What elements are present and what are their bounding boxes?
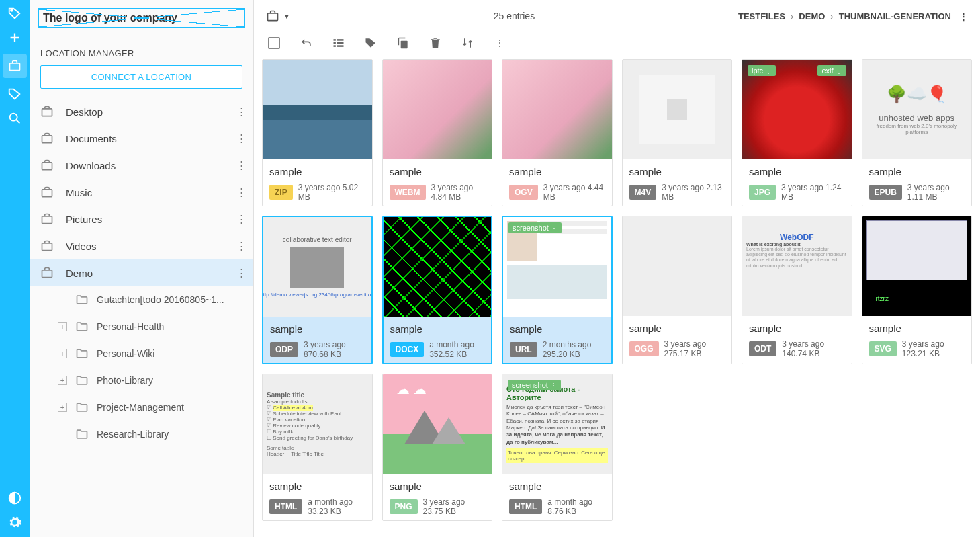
thumbnail[interactable]: iptc ⋮exif ⋮ (742, 60, 852, 159)
gear-icon[interactable] (7, 514, 23, 530)
location-item-demo[interactable]: Demo⋮ (30, 259, 253, 286)
expand-icon[interactable]: + (58, 376, 67, 385)
tag-chip[interactable]: iptc ⋮ (748, 65, 776, 76)
folder-item[interactable]: +Project-Management (30, 394, 253, 421)
location-item-videos[interactable]: Videos⋮ (30, 233, 253, 259)
briefcase-icon[interactable] (266, 9, 279, 23)
file-card[interactable]: ☁ ☁samplePNG3 years ago 23.75 KB (382, 374, 493, 521)
more-vert-icon[interactable]: ⋮ (959, 11, 968, 22)
theme-icon[interactable] (7, 490, 23, 506)
thumbnail[interactable]: collaborative text editorhttp://demo.vie… (263, 217, 371, 317)
folder-item[interactable]: +Personal-Wiki (30, 340, 253, 367)
tag-icon[interactable] (7, 5, 23, 22)
file-name: sample (390, 481, 486, 492)
crumb-2[interactable]: THUMBNAIL-GENERATION (839, 11, 951, 22)
extension-badge[interactable]: EPUB (869, 185, 902, 200)
connect-location-button[interactable]: CONNECT A LOCATION (40, 65, 242, 89)
folder-item[interactable]: +Personal-Health (30, 313, 253, 340)
more-vert-icon[interactable]: ⋮ (236, 106, 247, 118)
crumb-1[interactable]: DEMO (799, 11, 825, 22)
tags-icon[interactable] (7, 86, 23, 102)
thumbnail[interactable] (384, 217, 492, 317)
list-view-icon[interactable] (332, 36, 345, 50)
file-card[interactable]: sampleZIP3 years ago 5.02 MB (262, 59, 373, 206)
more-vert-icon[interactable]: ⋮ (236, 267, 247, 279)
more-vert-icon[interactable]: ⋮ (236, 132, 247, 144)
extension-badge[interactable]: WEBM (390, 185, 426, 200)
more-vert-icon[interactable]: ⋮ (493, 36, 506, 50)
extension-badge[interactable]: JPG (749, 185, 776, 200)
more-vert-icon[interactable]: ⋮ (236, 159, 247, 171)
extension-badge[interactable]: ODT (749, 341, 776, 356)
expand-icon[interactable]: + (58, 322, 67, 331)
file-meta: 3 years ago 1.11 MB (907, 183, 965, 202)
extension-badge[interactable]: OGV (509, 185, 538, 200)
delete-icon[interactable] (429, 36, 442, 50)
tag-chip[interactable]: exif ⋮ (817, 65, 846, 76)
extension-badge[interactable]: PNG (390, 499, 418, 514)
extension-badge[interactable]: HTML (509, 499, 542, 514)
thumbnail[interactable]: Сто години самота - АвторитеМислех да кр… (502, 374, 612, 474)
search-icon[interactable] (7, 110, 23, 126)
thumbnail[interactable] (502, 60, 612, 159)
svg-rect-17 (337, 45, 344, 47)
file-card[interactable]: Sample titleA sample todo list:☑ Call Al… (262, 374, 373, 521)
tag-chip[interactable]: screenshot ⋮ (508, 222, 562, 233)
file-card[interactable]: iptc ⋮exif ⋮sampleJPG3 years ago 1.24 MB (742, 59, 852, 206)
thumbnail[interactable]: WebODFWhat is exciting about itLorem ips… (742, 216, 852, 316)
file-card[interactable]: sampleDOCXa month ago 352.52 KB (382, 216, 493, 364)
select-all-checkbox[interactable] (267, 36, 281, 50)
extension-badge[interactable]: DOCX (390, 342, 425, 357)
file-card[interactable]: sampleOGV3 years ago 4.44 MB (502, 59, 613, 206)
location-item-documents[interactable]: Documents⋮ (30, 125, 253, 152)
file-meta: 2 months ago 295.20 KB (543, 340, 605, 359)
location-item-music[interactable]: Music⋮ (30, 179, 253, 206)
thumbnail[interactable] (623, 60, 732, 159)
folder-item[interactable]: +Photo-Library (30, 367, 253, 394)
thumbnail[interactable]: Sample titleA sample todo list:☑ Call Al… (263, 374, 372, 474)
extension-badge[interactable]: SVG (869, 341, 897, 356)
thumbnail[interactable] (263, 60, 372, 159)
file-card[interactable]: 🌳☁️🎈unhosted web appsfreedom from web 2.… (862, 59, 973, 206)
extension-badge[interactable]: ODP (270, 342, 298, 357)
file-card[interactable]: collaborative text editorhttp://demo.vie… (262, 216, 373, 364)
file-card[interactable]: sampleOGG3 years ago 275.17 KB (622, 216, 733, 364)
briefcase-icon[interactable] (3, 54, 27, 78)
thumbnail[interactable] (383, 60, 492, 159)
tag-chip[interactable]: screenshot ⋮ (508, 380, 561, 390)
copy-icon[interactable] (396, 36, 410, 50)
more-vert-icon[interactable]: ⋮ (236, 186, 247, 198)
folder-item[interactable]: Research-Library (30, 421, 253, 448)
location-item-desktop[interactable]: Desktop⋮ (30, 98, 253, 125)
file-name: sample (749, 166, 845, 177)
chevron-down-icon[interactable]: ▼ (283, 13, 290, 20)
file-card[interactable]: sampleM4V3 years ago 2.13 MB (622, 59, 733, 206)
sort-icon[interactable] (461, 36, 474, 50)
more-vert-icon[interactable]: ⋮ (236, 240, 247, 252)
extension-badge[interactable]: URL (510, 342, 537, 357)
extension-badge[interactable]: M4V (629, 185, 657, 200)
tag-action-icon[interactable] (364, 36, 377, 50)
crumb-0[interactable]: TESTFILES (738, 11, 785, 22)
extension-badge[interactable]: OGG (629, 341, 659, 356)
file-card[interactable]: Сто години самота - АвторитеМислех да кр… (502, 374, 613, 521)
file-card[interactable]: WebODFWhat is exciting about itLorem ips… (742, 216, 852, 364)
file-card[interactable]: rtzrzsampleSVG3 years ago 123.21 KB (862, 216, 973, 364)
folder-item[interactable]: Gutachten[todo 20160805~1... (30, 286, 253, 313)
expand-icon[interactable]: + (58, 403, 67, 412)
location-item-pictures[interactable]: Pictures⋮ (30, 206, 253, 233)
location-item-downloads[interactable]: Downloads⋮ (30, 152, 253, 179)
extension-badge[interactable]: HTML (269, 499, 302, 514)
file-card[interactable]: sampleWEBM3 years ago 4.84 MB (382, 59, 493, 206)
thumbnail[interactable]: ☁ ☁ (383, 374, 492, 474)
plus-icon[interactable] (7, 30, 23, 46)
expand-icon[interactable]: + (58, 349, 67, 358)
more-vert-icon[interactable]: ⋮ (236, 213, 247, 225)
thumbnail[interactable]: screenshot ⋮ (503, 217, 611, 317)
extension-badge[interactable]: ZIP (269, 185, 293, 200)
thumbnail[interactable] (623, 216, 732, 316)
thumbnail[interactable]: rtzrz (862, 216, 972, 316)
file-card[interactable]: screenshot ⋮sampleURL2 months ago 295.20… (502, 216, 613, 364)
return-icon[interactable] (300, 36, 313, 50)
thumbnail[interactable]: 🌳☁️🎈unhosted web appsfreedom from web 2.… (862, 60, 972, 159)
